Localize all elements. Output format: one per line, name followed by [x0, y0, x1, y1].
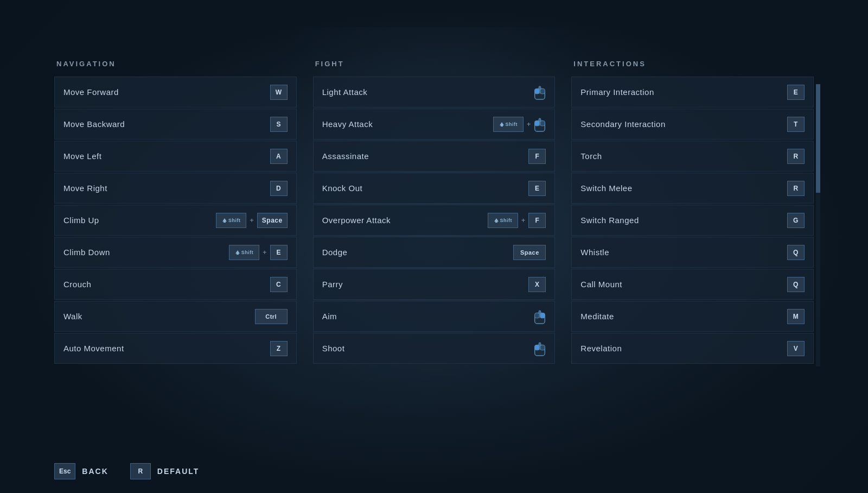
keybind-label: Torch [580, 151, 602, 161]
keybind-row[interactable]: Switch RangedG [571, 205, 814, 236]
keybind-row[interactable]: AssassinateF [313, 141, 556, 172]
key-badge: T [787, 117, 805, 132]
keybind-label: Move Left [63, 151, 101, 161]
keybind-row[interactable]: Move RightD [54, 173, 297, 204]
key-badge: G [787, 213, 805, 228]
bottom-action-default[interactable]: RDEFAULT [130, 463, 200, 479]
keybind-label: Switch Melee [580, 184, 632, 193]
keybind-key-area: M [787, 309, 805, 324]
svg-marker-1 [235, 250, 240, 255]
keybind-label: Crouch [63, 280, 91, 289]
keybind-label: Dodge [322, 248, 348, 257]
key-badge: V [787, 341, 805, 356]
svg-rect-20 [535, 345, 539, 350]
keybind-key-area [534, 309, 546, 324]
key-badge: R [787, 181, 805, 196]
svg-rect-6 [539, 86, 541, 90]
keybind-row[interactable]: Shoot [313, 333, 556, 364]
keybind-row[interactable]: Move BackwardS [54, 109, 297, 140]
key-badge: X [528, 277, 546, 292]
scrollbar-thumb[interactable] [816, 84, 820, 193]
keybind-key-area: D [270, 181, 288, 196]
keybind-key-area: F [528, 149, 546, 164]
keybind-key-area: V [787, 341, 805, 356]
keybind-row[interactable]: Switch MeleeR [571, 173, 814, 204]
mouse-left-2-icon [534, 341, 546, 356]
keybind-key-area: R [787, 181, 805, 196]
svg-rect-3 [535, 89, 539, 93]
keybind-label: Move Forward [63, 87, 119, 97]
keybind-row[interactable]: DodgeSpace [313, 237, 556, 268]
key-badge: E [270, 245, 288, 260]
keybind-row[interactable]: MeditateM [571, 301, 814, 332]
keybind-row[interactable]: Knock OutE [313, 173, 556, 204]
bottom-key-badge: R [130, 463, 151, 479]
keybind-row[interactable]: Light Attack [313, 77, 556, 108]
keybind-key-area: Shift +F [488, 213, 546, 228]
keybind-row[interactable]: Primary InteractionE [571, 77, 814, 108]
keybind-label: Secondary Interaction [580, 119, 665, 129]
keybind-row[interactable]: Move ForwardW [54, 77, 297, 108]
key-badge: Space [257, 213, 288, 228]
keybind-label: Move Backward [63, 119, 125, 129]
keybind-label: Parry [322, 280, 343, 289]
keybind-key-area: E [787, 85, 805, 100]
keybind-row[interactable]: RevelationV [571, 333, 814, 364]
svg-rect-15 [535, 313, 539, 318]
keybind-label: Whistle [580, 248, 609, 257]
keybind-row[interactable]: Climb Up Shift +Space [54, 205, 297, 236]
scrollbar-track[interactable] [816, 84, 820, 366]
svg-rect-16 [540, 313, 545, 318]
keybind-label: Move Right [63, 184, 107, 193]
keybind-key-area: X [528, 277, 546, 292]
column-interactions: INTERACTIONSPrimary InteractionESecondar… [571, 60, 814, 452]
keybind-label: Overpower Attack [322, 216, 391, 225]
svg-rect-10 [540, 121, 545, 125]
keybind-row[interactable]: Auto MovementZ [54, 333, 297, 364]
keybind-list-interactions: Primary InteractionESecondary Interactio… [571, 77, 814, 364]
keybind-row[interactable]: Call MountQ [571, 269, 814, 300]
key-badge: M [787, 309, 805, 324]
keybind-list-fight: Light Attack Heavy Attack Shift + Assass… [313, 77, 556, 364]
keybind-key-area: E [528, 181, 546, 196]
keybind-key-area: T [787, 117, 805, 132]
keybind-key-area: Space [513, 245, 546, 260]
keybind-key-area: Z [270, 341, 288, 356]
bottom-action-back[interactable]: EscBACK [54, 463, 108, 479]
key-badge: Q [787, 277, 805, 292]
keybind-row[interactable]: ParryX [313, 269, 556, 300]
keybind-row[interactable]: CrouchC [54, 269, 297, 300]
keybind-label: Shoot [322, 344, 345, 353]
key-badge: R [787, 149, 805, 164]
keybind-row[interactable]: WalkCtrl [54, 301, 297, 332]
keybind-key-area [534, 341, 546, 356]
column-header-navigation: NAVIGATION [54, 60, 297, 68]
key-badge: A [270, 149, 288, 164]
keybind-key-area: Ctrl [255, 309, 288, 324]
keybind-row[interactable]: Overpower Attack Shift +F [313, 205, 556, 236]
key-badge: Q [787, 245, 805, 260]
keybind-key-area: W [270, 85, 288, 100]
keybind-key-area: Shift +E [229, 245, 288, 260]
keybind-row[interactable]: Move LeftA [54, 141, 297, 172]
keybind-label: Primary Interaction [580, 87, 654, 97]
key-badge: E [787, 85, 805, 100]
columns-area: NAVIGATIONMove ForwardWMove BackwardSMov… [54, 0, 814, 452]
keybind-row[interactable]: Aim [313, 301, 556, 332]
keybind-row[interactable]: Secondary InteractionT [571, 109, 814, 140]
key-badge: D [270, 181, 288, 196]
keybind-key-area: Q [787, 277, 805, 292]
keybind-key-area: G [787, 213, 805, 228]
column-header-interactions: INTERACTIONS [571, 60, 814, 68]
keybind-key-area: Q [787, 245, 805, 260]
keybind-label: Aim [322, 312, 337, 321]
svg-rect-21 [540, 345, 545, 350]
svg-marker-13 [494, 218, 499, 223]
keybind-row[interactable]: Heavy Attack Shift + [313, 109, 556, 140]
keybind-row[interactable]: TorchR [571, 141, 814, 172]
bottom-action-label: BACK [82, 467, 108, 476]
keybind-row[interactable]: Climb Down Shift +E [54, 237, 297, 268]
keybind-row[interactable]: WhistleQ [571, 237, 814, 268]
key-badge: C [270, 277, 288, 292]
bottom-action-label: DEFAULT [157, 467, 200, 476]
